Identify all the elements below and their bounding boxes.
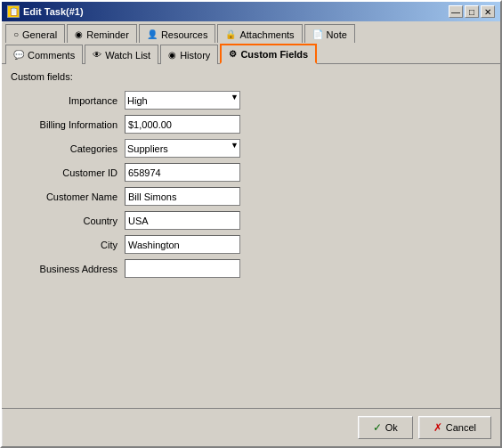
window-icon: 📋	[7, 5, 20, 18]
maximize-button[interactable]: □	[465, 5, 479, 18]
label-categories: Categories	[20, 143, 117, 154]
label-customerid: Customer ID	[20, 167, 117, 178]
ok-icon: ✓	[373, 421, 382, 434]
customfields-icon: ⚙	[229, 49, 237, 59]
tab-container-row2: 💬 Comments 👁 Watch List ◉ History ⚙ Cust…	[2, 43, 500, 63]
tab-comments-label: Comments	[28, 50, 75, 61]
tab-container-row1: ○ General ◉ Reminder 👤 Resources 🔒 Attac…	[2, 21, 500, 43]
importance-select-wrapper: High Medium Low	[125, 91, 240, 110]
customername-input[interactable]	[125, 187, 240, 206]
city-input[interactable]	[125, 235, 240, 254]
ok-label: Ok	[385, 422, 398, 433]
tab-note[interactable]: 📄 Note	[304, 24, 355, 44]
label-importance: Importance	[20, 95, 117, 106]
tab-watchlist[interactable]: 👁 Watch List	[85, 45, 158, 64]
history-icon: ◉	[168, 50, 176, 60]
window-title: Edit Task(#1)	[23, 6, 84, 17]
label-billing: Billing Information	[20, 119, 117, 130]
general-icon: ○	[13, 29, 19, 39]
tab-history[interactable]: ◉ History	[160, 45, 218, 64]
field-row-customername: Customer Name	[20, 187, 491, 206]
tab-row-1: ○ General ◉ Reminder 👤 Resources 🔒 Attac…	[2, 23, 500, 43]
categories-select[interactable]: Suppliers Customers Partners	[125, 139, 240, 158]
tab-customfields[interactable]: ⚙ Custom Fields	[220, 44, 317, 64]
field-row-address: Business Address	[20, 259, 491, 278]
resources-icon: 👤	[147, 29, 158, 39]
field-row-importance: Importance High Medium Low	[20, 91, 491, 110]
reminder-icon: ◉	[75, 29, 83, 39]
field-row-country: Country	[20, 211, 491, 230]
comments-icon: 💬	[13, 50, 24, 60]
minimize-button[interactable]: —	[449, 5, 463, 18]
tab-reminder-label: Reminder	[86, 29, 129, 40]
billing-input[interactable]	[125, 115, 240, 134]
label-address: Business Address	[20, 264, 117, 274]
tab-reminder[interactable]: ◉ Reminder	[67, 24, 137, 44]
main-window: 📋 Edit Task(#1) — □ ✕ ○ General ◉ Remind…	[0, 0, 502, 448]
tab-attachments-label: Attachments	[239, 29, 294, 40]
attachments-icon: 🔒	[225, 29, 236, 39]
field-row-billing: Billing Information	[20, 115, 491, 134]
ok-button[interactable]: ✓ Ok	[358, 416, 413, 439]
cancel-icon: ✗	[433, 421, 442, 434]
tab-resources-label: Resources	[161, 29, 208, 40]
close-button[interactable]: ✕	[481, 5, 495, 18]
cancel-label: Cancel	[446, 422, 476, 433]
field-row-categories: Categories Suppliers Customers Partners	[20, 139, 491, 158]
country-input[interactable]	[125, 211, 240, 230]
field-row-city: City	[20, 235, 491, 254]
watchlist-icon: 👁	[93, 50, 101, 60]
tab-attachments[interactable]: 🔒 Attachments	[217, 24, 302, 44]
title-buttons: — □ ✕	[449, 5, 495, 18]
fields-container: Importance High Medium Low Billing Infor…	[20, 91, 491, 278]
categories-select-wrapper: Suppliers Customers Partners	[125, 139, 240, 158]
tab-history-label: History	[180, 50, 210, 61]
tab-customfields-label: Custom Fields	[240, 49, 308, 60]
note-icon: 📄	[312, 29, 323, 39]
content-area: Custom fields: Importance High Medium Lo…	[2, 63, 500, 408]
label-country: Country	[20, 216, 117, 226]
tab-general-label: General	[22, 29, 57, 40]
section-title: Custom fields:	[11, 71, 491, 82]
field-row-customerid: Customer ID	[20, 163, 491, 182]
tab-resources[interactable]: 👤 Resources	[139, 24, 216, 44]
tab-row-2: 💬 Comments 👁 Watch List ◉ History ⚙ Cust…	[2, 43, 500, 63]
title-bar: 📋 Edit Task(#1) — □ ✕	[2, 2, 500, 21]
tab-note-label: Note	[327, 29, 347, 40]
label-city: City	[20, 240, 117, 250]
address-input[interactable]	[125, 259, 240, 278]
tab-watchlist-label: Watch List	[105, 50, 150, 61]
tab-general[interactable]: ○ General	[5, 24, 65, 44]
label-customername: Customer Name	[20, 191, 117, 202]
cancel-button[interactable]: ✗ Cancel	[418, 416, 491, 439]
importance-select[interactable]: High Medium Low	[125, 91, 240, 110]
footer: ✓ Ok ✗ Cancel	[2, 408, 500, 446]
tab-comments[interactable]: 💬 Comments	[5, 45, 83, 64]
customerid-input[interactable]	[125, 163, 240, 182]
